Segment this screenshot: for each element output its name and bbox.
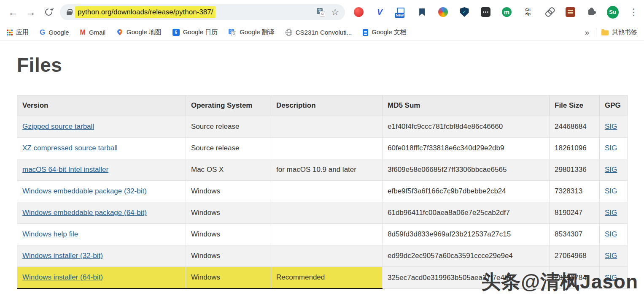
bookmark-gmail[interactable]: M Gmail — [80, 29, 106, 36]
back-arrow-icon — [8, 6, 18, 18]
bookmark-apps[interactable]: 应用 — [7, 28, 29, 36]
file-link[interactable]: Windows embeddable package (32-bit) — [22, 187, 147, 195]
filesize-cell: 18261096 — [550, 138, 600, 159]
file-link[interactable]: XZ compressed source tarball — [22, 144, 118, 152]
version-cell: XZ compressed source tarball — [17, 138, 186, 159]
link-extension-icon[interactable] — [543, 6, 555, 18]
new-badge: New — [395, 13, 404, 18]
os-cell: Windows — [186, 202, 271, 224]
address-bar[interactable]: python.org/downloads/release/python-387/ — [60, 4, 345, 20]
header-filesize: File Size — [550, 95, 600, 116]
forward-button[interactable] — [22, 3, 40, 21]
gpg-cell: SIG — [600, 202, 628, 224]
gmail-m-icon: M — [80, 29, 86, 36]
file-link[interactable]: macOS 64-bit Intel installer — [22, 166, 108, 174]
filesize-cell: 7328313 — [550, 181, 600, 202]
gitzip-extension-icon[interactable]: Git zip — [522, 6, 534, 18]
new-badge-extension-icon[interactable]: New — [395, 6, 407, 18]
md5-cell: e1f40f4fc9ccc781fcbf8d4e86c46660 — [383, 116, 550, 138]
header-os: Operating System — [186, 95, 271, 116]
sig-link[interactable]: SIG — [605, 166, 617, 174]
back-button[interactable] — [4, 3, 22, 21]
version-cell: Windows embeddable package (32-bit) — [17, 181, 186, 202]
md5-cell: 61db96411fc00aea8a06e7e25cab2df7 — [383, 202, 550, 224]
v-extension-icon[interactable]: V — [374, 6, 385, 18]
sig-link[interactable]: SIG — [605, 230, 617, 238]
version-cell: macOS 64-bit Intel installer — [17, 159, 186, 181]
m-extension-icon[interactable]: m — [501, 6, 513, 18]
watermark: 头条@清枫Jason — [481, 269, 638, 295]
v-letter-icon: V — [377, 8, 383, 17]
os-cell: Source release — [186, 116, 271, 138]
header-md5: MD5 Sum — [383, 95, 550, 116]
colorful-ball-extension-icon[interactable] — [437, 6, 449, 18]
bookmark-google-translate[interactable]: Google 翻译 — [229, 28, 275, 36]
browser-menu-button[interactable] — [628, 6, 640, 18]
table-row: Windows embeddable package (32-bit) Wind… — [17, 181, 628, 202]
md5-cell: 3f609e58e06685f27ff3306bbcae6565 — [383, 159, 550, 181]
url-text[interactable]: python.org/downloads/release/python-387/ — [75, 6, 216, 18]
shield-extension-icon[interactable] — [458, 6, 470, 18]
red-ball-extension-icon[interactable] — [353, 6, 364, 18]
bookmark-google-calendar[interactable]: 6 Google 日历 — [172, 28, 218, 36]
file-link[interactable]: Gzipped source tarball — [22, 122, 94, 130]
file-link[interactable]: Windows help file — [22, 230, 78, 238]
os-cell: Mac OS X — [186, 159, 271, 181]
m-letter-icon: m — [502, 7, 512, 17]
avatar: Su — [607, 6, 619, 19]
bookmark-label: 应用 — [16, 28, 29, 36]
gpg-cell: SIG — [600, 116, 628, 138]
os-cell: Source release — [186, 138, 271, 159]
md5-cell: 60fe018fffc7f33818e6c340d29e2db9 — [383, 138, 550, 159]
ellipsis-square-icon — [481, 7, 490, 17]
bookmark-google[interactable]: G Google — [40, 28, 69, 37]
profile-avatar[interactable]: Su — [607, 6, 619, 18]
file-link[interactable]: Windows embeddable package (64-bit) — [22, 209, 147, 217]
file-link[interactable]: Windows installer (32-bit) — [22, 252, 103, 260]
table-row: Gzipped source tarball Source release e1… — [17, 116, 628, 138]
table-row: Windows embeddable package (64-bit) Wind… — [17, 202, 628, 224]
os-cell: Windows — [186, 224, 271, 245]
description-cell — [271, 138, 383, 159]
bookmark-label: CS231n Convoluti... — [296, 29, 352, 36]
description-cell — [271, 202, 383, 224]
calendar-badge: 6 — [175, 30, 177, 35]
bookmark-star-button[interactable] — [331, 7, 339, 17]
dots-square-extension-icon[interactable] — [480, 6, 491, 18]
lock-icon[interactable] — [67, 9, 72, 15]
file-link[interactable]: Windows installer (64-bit) — [22, 273, 103, 281]
gitzip-icon: Git zip — [525, 8, 531, 16]
table-row: macOS 64-bit Intel installer Mac OS X fo… — [17, 159, 628, 181]
refresh-button[interactable] — [40, 3, 57, 21]
bookmark-google-docs[interactable]: Google 文档 — [363, 28, 407, 36]
gpg-cell: SIG — [600, 224, 628, 245]
kebab-menu-icon — [629, 7, 639, 18]
sig-link[interactable]: SIG — [605, 144, 617, 152]
extensions-puzzle-button[interactable] — [585, 6, 597, 18]
bookmark-label: Google 地图 — [127, 28, 162, 36]
bookmark-label: Google 日历 — [183, 28, 218, 36]
translate-icon[interactable] — [317, 8, 325, 16]
card-icon — [397, 8, 404, 14]
globe-icon — [286, 29, 292, 36]
filesize-cell: 29801336 — [550, 159, 600, 181]
version-cell: Windows installer (32-bit) — [17, 245, 186, 267]
sig-link[interactable]: SIG — [605, 187, 617, 195]
sig-link[interactable]: SIG — [605, 122, 617, 130]
bookmark-google-maps[interactable]: Google 地图 — [116, 28, 162, 36]
bookmark-cs231n[interactable]: CS231n Convoluti... — [286, 29, 352, 36]
version-cell: Windows embeddable package (64-bit) — [17, 202, 186, 224]
bookmark-label: Google — [49, 29, 69, 36]
page-content: Files Version Operating System Descripti… — [0, 54, 644, 289]
sig-link[interactable]: SIG — [605, 252, 617, 260]
md5-cell: efbe9f5f3a6f166c7c9b7dbebbe2cb24 — [383, 181, 550, 202]
sig-link[interactable]: SIG — [605, 209, 617, 217]
red-square-extension-icon[interactable] — [564, 6, 576, 18]
files-table: Version Operating System Description MD5… — [17, 95, 628, 289]
other-bookmarks-button[interactable]: 其他书签 — [601, 28, 637, 36]
red-ball-icon — [354, 7, 364, 17]
description-cell — [271, 116, 383, 138]
os-cell: Windows — [186, 245, 271, 267]
bookmark-flag-extension-icon[interactable] — [416, 6, 428, 18]
bookmarks-overflow-button[interactable]: » — [583, 28, 591, 37]
